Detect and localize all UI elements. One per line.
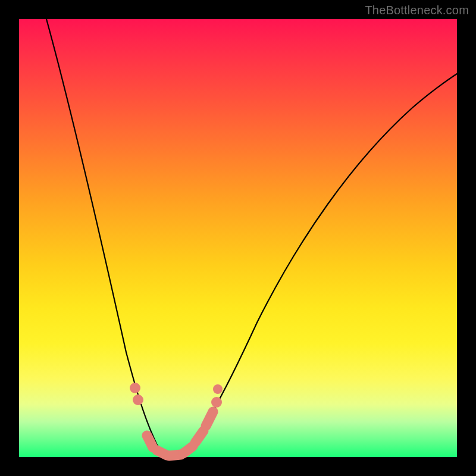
marker-dot xyxy=(133,394,143,405)
marker-segment xyxy=(195,431,203,443)
marker-dot xyxy=(213,384,223,394)
curve-path xyxy=(46,19,457,455)
bottleneck-curve xyxy=(19,19,457,457)
marker-segment xyxy=(206,412,213,426)
watermark-text: TheBottleneck.com xyxy=(365,4,469,17)
outer-frame: TheBottleneck.com xyxy=(0,0,476,476)
plot-area xyxy=(19,19,457,457)
marker-segment xyxy=(147,436,153,447)
marker-dot xyxy=(211,397,222,408)
marker-segment xyxy=(183,446,193,453)
marker-dot xyxy=(130,383,140,393)
